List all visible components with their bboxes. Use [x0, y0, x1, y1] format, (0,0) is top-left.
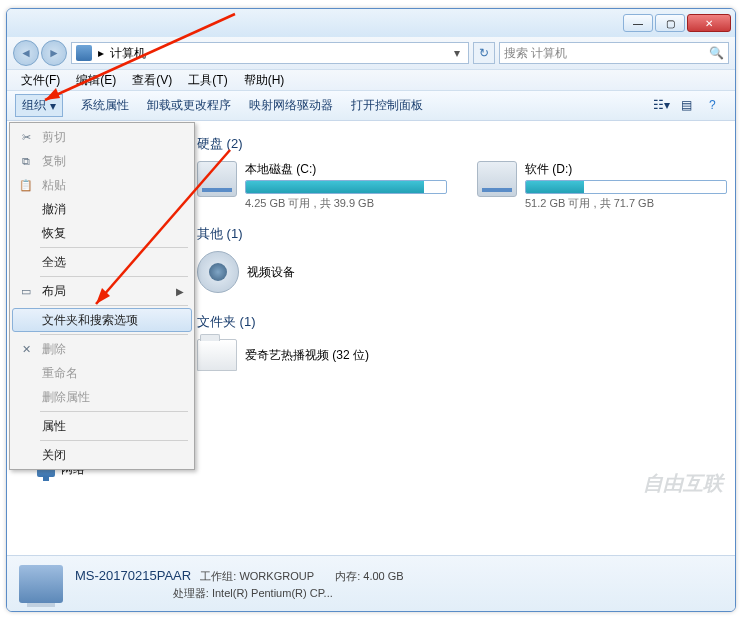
- toolbar-control-panel[interactable]: 打开控制面板: [351, 97, 423, 114]
- menu-item-label: 粘贴: [42, 177, 66, 194]
- view-options-icon[interactable]: ☷▾: [653, 98, 671, 114]
- address-bar: ◄ ► ▸ 计算机 ▾ ↻ 搜索 计算机 🔍: [7, 37, 735, 69]
- section-hard-disks: 硬盘 (2): [197, 135, 727, 153]
- menu-item: ✕删除: [12, 337, 192, 361]
- title-bar: — ▢ ✕: [7, 9, 735, 37]
- computer-large-icon: [19, 565, 63, 603]
- menu-item: 删除属性: [12, 385, 192, 409]
- minimize-button[interactable]: —: [623, 14, 653, 32]
- device-label: 视频设备: [247, 264, 295, 281]
- webcam-icon: [197, 251, 239, 293]
- forward-button[interactable]: ►: [41, 40, 67, 66]
- section-other: 其他 (1): [197, 225, 727, 243]
- menu-item[interactable]: 属性: [12, 414, 192, 438]
- breadcrumb-location[interactable]: 计算机: [110, 45, 146, 62]
- maximize-button[interactable]: ▢: [655, 14, 685, 32]
- drive-icon: [197, 161, 237, 197]
- cpu-value: Intel(R) Pentium(R) CP...: [212, 587, 333, 599]
- menu-item-label: 删除属性: [42, 389, 90, 406]
- organize-menu: ✂剪切⧉复制📋粘贴撤消恢复全选▭布局▶文件夹和搜索选项✕删除重命名删除属性属性关…: [9, 122, 195, 470]
- drive-name: 软件 (D:): [525, 161, 727, 178]
- address-dropdown-icon[interactable]: ▾: [450, 46, 464, 60]
- menu-item: ⧉复制: [12, 149, 192, 173]
- menu-item[interactable]: 文件夹和搜索选项: [12, 308, 192, 332]
- toolbar-uninstall[interactable]: 卸载或更改程序: [147, 97, 231, 114]
- drive-usage-bar: [245, 180, 447, 194]
- workgroup-value: WORKGROUP: [239, 570, 313, 582]
- workgroup-label: 工作组:: [200, 570, 236, 582]
- menu-item-label: 恢复: [42, 225, 66, 242]
- drive-item[interactable]: 软件 (D:) 51.2 GB 可用 , 共 71.7 GB: [477, 161, 727, 211]
- content-area: ✂剪切⧉复制📋粘贴撤消恢复全选▭布局▶文件夹和搜索选项✕删除重命名删除属性属性关…: [7, 121, 735, 557]
- device-item[interactable]: 视频设备: [197, 251, 447, 293]
- computer-name: MS-20170215PAAR: [75, 568, 191, 583]
- help-icon[interactable]: ?: [709, 98, 727, 114]
- menu-item-label: 布局: [42, 283, 66, 300]
- toolbar: 组织▾ 系统属性 卸载或更改程序 映射网络驱动器 打开控制面板 ☷▾ ▤ ?: [7, 91, 735, 121]
- watermark: 自由互联: [643, 470, 723, 497]
- folder-icon: [197, 339, 237, 371]
- organize-button[interactable]: 组织▾: [15, 94, 63, 117]
- drive-item[interactable]: 本地磁盘 (C:) 4.25 GB 可用 , 共 39.9 GB: [197, 161, 447, 211]
- section-folders: 文件夹 (1): [197, 313, 727, 331]
- computer-icon: [76, 45, 92, 61]
- menu-view[interactable]: 查看(V): [126, 70, 178, 91]
- menu-help[interactable]: 帮助(H): [238, 70, 291, 91]
- menu-item[interactable]: 全选: [12, 250, 192, 274]
- menu-item[interactable]: 关闭: [12, 443, 192, 467]
- menu-item-label: 关闭: [42, 447, 66, 464]
- search-input[interactable]: 搜索 计算机 🔍: [499, 42, 729, 64]
- drive-name: 本地磁盘 (C:): [245, 161, 447, 178]
- menu-bar: 文件(F) 编辑(E) 查看(V) 工具(T) 帮助(H): [7, 69, 735, 91]
- chevron-down-icon: ▾: [50, 99, 56, 113]
- menu-item: 重命名: [12, 361, 192, 385]
- menu-item-icon: 📋: [18, 177, 34, 193]
- menu-edit[interactable]: 编辑(E): [70, 70, 122, 91]
- menu-tools[interactable]: 工具(T): [182, 70, 233, 91]
- memory-label: 内存:: [335, 570, 360, 582]
- folder-item[interactable]: 爱奇艺热播视频 (32 位): [197, 339, 447, 371]
- menu-item-label: 删除: [42, 341, 66, 358]
- folder-label: 爱奇艺热播视频 (32 位): [245, 347, 369, 364]
- memory-value: 4.00 GB: [363, 570, 403, 582]
- back-button[interactable]: ◄: [13, 40, 39, 66]
- details-pane: MS-20170215PAAR 工作组: WORKGROUP 内存: 4.00 …: [7, 555, 735, 611]
- menu-item-icon: ✕: [18, 341, 34, 357]
- menu-item-label: 复制: [42, 153, 66, 170]
- preview-pane-icon[interactable]: ▤: [681, 98, 699, 114]
- menu-item[interactable]: 撤消: [12, 197, 192, 221]
- toolbar-map-drive[interactable]: 映射网络驱动器: [249, 97, 333, 114]
- close-button[interactable]: ✕: [687, 14, 731, 32]
- search-icon[interactable]: 🔍: [709, 46, 724, 60]
- menu-item-label: 文件夹和搜索选项: [42, 312, 138, 329]
- refresh-button[interactable]: ↻: [473, 42, 495, 64]
- menu-item[interactable]: 恢复: [12, 221, 192, 245]
- menu-file[interactable]: 文件(F): [15, 70, 66, 91]
- menu-item-label: 属性: [42, 418, 66, 435]
- menu-item-label: 全选: [42, 254, 66, 271]
- menu-item-icon: ✂: [18, 129, 34, 145]
- drive-free-text: 4.25 GB 可用 , 共 39.9 GB: [245, 196, 447, 211]
- menu-item-label: 剪切: [42, 129, 66, 146]
- menu-item: 📋粘贴: [12, 173, 192, 197]
- drive-icon: [477, 161, 517, 197]
- menu-item-label: 重命名: [42, 365, 78, 382]
- menu-item[interactable]: ▭布局▶: [12, 279, 192, 303]
- cpu-label: 处理器:: [173, 587, 209, 599]
- menu-item-icon: ▭: [18, 283, 34, 299]
- drive-free-text: 51.2 GB 可用 , 共 71.7 GB: [525, 196, 727, 211]
- drive-usage-bar: [525, 180, 727, 194]
- submenu-arrow-icon: ▶: [176, 286, 184, 297]
- address-box[interactable]: ▸ 计算机 ▾: [71, 42, 469, 64]
- explorer-window: — ▢ ✕ ◄ ► ▸ 计算机 ▾ ↻ 搜索 计算机 🔍 文件(F) 编辑(E)…: [6, 8, 736, 612]
- menu-item-icon: ⧉: [18, 153, 34, 169]
- toolbar-system-properties[interactable]: 系统属性: [81, 97, 129, 114]
- menu-item: ✂剪切: [12, 125, 192, 149]
- breadcrumb-arrow: ▸: [98, 46, 104, 60]
- menu-item-label: 撤消: [42, 201, 66, 218]
- search-placeholder: 搜索 计算机: [504, 45, 567, 62]
